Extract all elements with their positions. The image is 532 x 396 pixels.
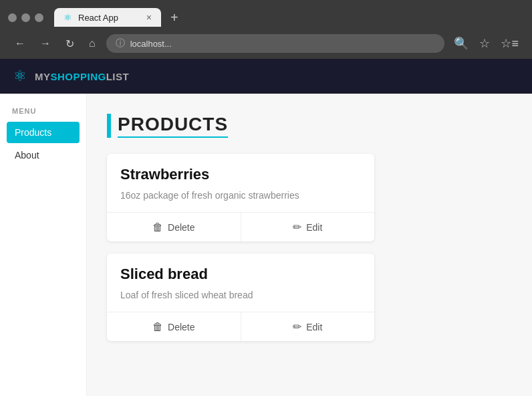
product-card-body: Sliced bread Loaf of fresh sliced wheat … [107,254,374,312]
product-name: Strawberries [120,166,361,183]
brand-list: LIST [106,71,130,82]
forward-button[interactable]: → [36,35,55,52]
product-card: Strawberries 16oz package of fresh organ… [107,154,374,241]
delete-button[interactable]: 🗑 Delete [107,312,241,341]
sidebar-item-products[interactable]: Products [7,122,80,143]
brand-shopping: SHOPPING [51,71,106,82]
product-card-actions: 🗑 Delete ✏ Edit [107,312,374,341]
product-name: Sliced bread [120,266,361,283]
close-window-btn[interactable] [8,13,17,22]
product-card: Sliced bread Loaf of fresh sliced wheat … [107,254,374,341]
sidebar: MENU Products About [0,94,87,396]
delete-button[interactable]: 🗑 Delete [107,213,241,241]
address-bar: ← → ↻ ⌂ ⓘ localhost... 🔍 ☆ ☆≡ [0,29,532,59]
home-button[interactable]: ⌂ [85,35,100,52]
search-button[interactable]: 🔍 [451,33,471,54]
edit-icon: ✏ [293,320,301,333]
reload-button[interactable]: ↻ [61,35,78,53]
info-icon: ⓘ [116,37,125,50]
new-tab-button[interactable]: + [166,9,182,27]
product-description: Loaf of fresh sliced wheat bread [120,288,361,302]
url-text: localhost... [130,39,436,49]
url-bar[interactable]: ⓘ localhost... [106,34,445,53]
reload-icon: ↻ [65,37,74,50]
app-brand: MYSHOPPINGLIST [35,71,129,82]
delete-label: Delete [168,222,194,233]
app-logo-icon: ⚛ [13,68,27,85]
reading-icon: ☆≡ [501,37,519,50]
window-controls [8,13,43,22]
search-icon: 🔍 [454,37,469,50]
tab-close-button[interactable]: × [145,12,153,23]
sidebar-menu-label: MENU [7,107,80,115]
app-body: MENU Products About PRODUCTS Strawberrie… [0,94,532,396]
browser-chrome: ⚛ React App × + ← → ↻ ⌂ ⓘ localhost... 🔍… [0,0,532,59]
edit-button[interactable]: ✏ Edit [241,213,375,241]
brand-my: MY [35,71,51,82]
trash-icon: 🗑 [152,221,163,233]
edit-icon: ✏ [293,221,301,233]
heading-accent [107,114,111,138]
main-content: PRODUCTS Strawberries 16oz package of fr… [87,94,532,396]
browser-actions: 🔍 ☆ ☆≡ [451,33,521,54]
edit-label: Edit [306,322,322,332]
reading-list-button[interactable]: ☆≡ [498,33,521,54]
sidebar-item-about[interactable]: About [7,144,80,166]
app-wrapper: ⚛ MYSHOPPINGLIST MENU Products About PRO… [0,59,532,396]
home-icon: ⌂ [89,37,96,50]
bookmark-button[interactable]: ☆ [477,33,493,54]
minimize-window-btn[interactable] [21,13,30,22]
maximize-window-btn[interactable] [35,13,43,22]
tab-bar: ⚛ React App × + [0,0,532,29]
app-header: ⚛ MYSHOPPINGLIST [0,59,532,94]
product-card-body: Strawberries 16oz package of fresh organ… [107,154,374,212]
tab-title: React App [78,13,140,23]
trash-icon: 🗑 [152,321,163,333]
edit-button[interactable]: ✏ Edit [241,312,375,341]
delete-label: Delete [168,322,194,332]
product-card-actions: 🗑 Delete ✏ Edit [107,212,374,241]
edit-label: Edit [306,222,322,233]
forward-icon: → [40,37,51,50]
product-description: 16oz package of fresh organic strawberri… [120,189,361,203]
back-button[interactable]: ← [11,35,29,52]
star-icon: ☆ [479,37,490,50]
page-title: PRODUCTS [118,114,228,138]
browser-tab[interactable]: ⚛ React App × [54,8,161,27]
react-favicon-icon: ⚛ [62,12,73,23]
back-icon: ← [15,37,25,50]
page-heading: PRODUCTS [107,114,512,138]
